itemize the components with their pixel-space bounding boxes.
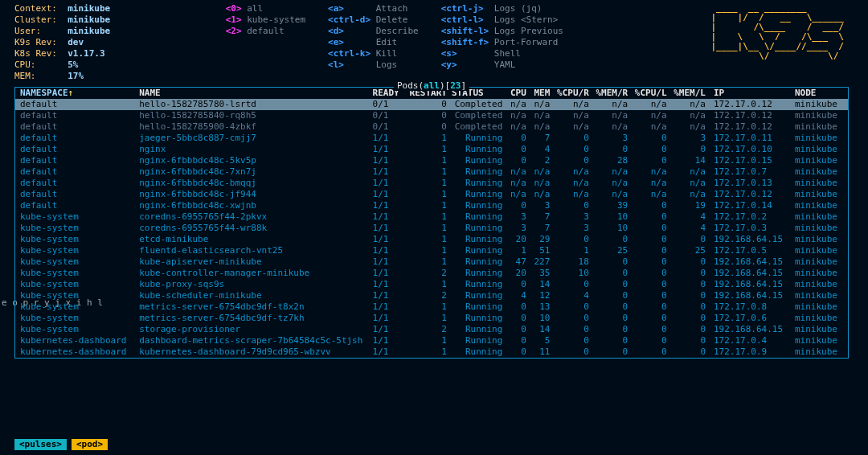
- cluster-label: Cluster:: [14, 14, 57, 25]
- shortcut-desc: Logs <Stern>: [489, 14, 558, 25]
- table-row[interactable]: kube-systemcoredns-6955765f44-2pkvx1/11R…: [15, 211, 848, 223]
- breadcrumb-item[interactable]: <pod>: [72, 439, 108, 450]
- shortcut-key[interactable]: <l>: [328, 59, 371, 70]
- shortcut-key[interactable]: <shift-l>: [441, 26, 489, 36]
- shortcut-desc: Delete: [371, 14, 407, 25]
- user-value: minikube: [68, 26, 110, 36]
- shortcut-key[interactable]: <s>: [441, 48, 489, 59]
- table-row[interactable]: defaultnginx-6fbbbdc48c-5kv5p1/11Running…: [15, 155, 848, 166]
- shortcut-key[interactable]: <shift-f>: [441, 37, 489, 47]
- table-row[interactable]: kube-systemkube-apiserver-minikube1/11Ru…: [15, 256, 848, 268]
- shortcut-key[interactable]: <ctrl-k>: [328, 48, 371, 59]
- k8srev-value: v1.17.3: [68, 48, 104, 59]
- k8srev-label: K8s Rev:: [14, 48, 57, 59]
- shortcut-key[interactable]: <ctrl-d>: [328, 14, 371, 25]
- table-row[interactable]: kube-systemkube-proxy-sqs9s1/11Running01…: [15, 279, 848, 290]
- shortcut-desc: all: [242, 3, 264, 14]
- table-row[interactable]: kube-systemkube-scheduler-minikube1/12Ru…: [15, 290, 848, 301]
- table-row[interactable]: kube-systemetcd-minikube1/11Running20290…: [15, 234, 848, 245]
- table-row[interactable]: defaultnginx-6fbbbdc48c-bmqqj1/11Running…: [15, 178, 848, 189]
- breadcrumb-item[interactable]: <pulses>: [14, 439, 67, 450]
- shortcut-key[interactable]: <e>: [328, 37, 371, 47]
- shortcut-desc: Logs: [371, 59, 397, 70]
- table-row[interactable]: defaultnginx-6fbbbdc48c-7xn7j1/11Running…: [15, 166, 848, 178]
- shortcut-key[interactable]: <1>: [226, 14, 242, 25]
- table-row[interactable]: kubernetes-dashboardkubernetes-dashboard…: [15, 346, 848, 358]
- pods-panel-title: Pods(all)[23]: [15, 80, 848, 92]
- table-row[interactable]: kube-systemkube-controller-manager-minik…: [15, 268, 848, 279]
- cluster-value: minikube: [68, 14, 110, 25]
- table-row[interactable]: defaultnginx1/11Running040000172.17.0.10…: [15, 144, 848, 155]
- shortcut-key[interactable]: <a>: [328, 3, 371, 14]
- table-row[interactable]: defaulthello-1582785780-lsrtd0/10Complet…: [15, 99, 848, 110]
- shortcut-desc: kube-system: [242, 14, 305, 25]
- shortcut-key[interactable]: <ctrl-j>: [441, 3, 489, 14]
- context-label: Context:: [14, 3, 57, 14]
- user-label: User:: [14, 26, 41, 36]
- table-row[interactable]: defaultjaeger-5bbc8c887-cmjj71/11Running…: [15, 133, 848, 144]
- table-row[interactable]: defaultnginx-6fbbbdc48c-xwjnb1/11Running…: [15, 200, 848, 211]
- shortcut-desc: Describe: [371, 26, 419, 36]
- shortcut-key[interactable]: <y>: [441, 59, 489, 70]
- shortcut-desc: Edit: [371, 37, 397, 47]
- shortcut-desc: YAML: [489, 59, 515, 70]
- shortcut-desc: Shell: [489, 48, 521, 59]
- shortcut-desc: Logs (jq): [489, 3, 542, 14]
- pods-panel: Pods(all)[23] NAMESPACE↑NAMEREADYRESTART…: [14, 87, 849, 359]
- shortcut-key[interactable]: <2>: [226, 26, 242, 36]
- table-row[interactable]: kube-systemcoredns-6955765f44-wr88k1/11R…: [15, 223, 848, 234]
- shortcut-key[interactable]: <ctrl-l>: [441, 14, 489, 25]
- pods-table[interactable]: NAMESPACE↑NAMEREADYRESTARTSTATUSCPUMEM%C…: [15, 88, 848, 358]
- shortcut-desc: default: [242, 26, 285, 36]
- k9s-terminal: e o p r y j x i h l Context: minikube Cl…: [0, 0, 868, 455]
- header: Context: minikube Cluster: minikube User…: [0, 3, 863, 82]
- shortcut-desc: Port-Forward: [489, 37, 558, 47]
- shortcut-desc: Logs Previous: [489, 26, 563, 36]
- keyboard-shortcuts: <0> all<1> kube-system<2> default<a> Att…: [226, 3, 563, 71]
- cpu-value: 5%: [68, 59, 78, 70]
- table-row[interactable]: kube-systemmetrics-server-6754dbc9df-tz7…: [15, 313, 848, 324]
- context-value: minikube: [68, 3, 110, 14]
- shortcut-key[interactable]: <0>: [226, 3, 242, 14]
- shortcut-key[interactable]: <d>: [328, 26, 371, 36]
- breadcrumb: <pulses><pod>: [14, 439, 113, 450]
- table-row[interactable]: defaulthello-1582785840-rq8h50/10Complet…: [15, 110, 848, 121]
- table-row[interactable]: kube-systemmetrics-server-6754dbc9df-t8x…: [15, 301, 848, 313]
- table-row[interactable]: kube-systemfluentd-elasticsearch-vnt251/…: [15, 245, 848, 256]
- table-row[interactable]: defaultnginx-6fbbbdc48c-jf9441/11Running…: [15, 189, 848, 200]
- table-row[interactable]: defaulthello-1582785900-4zbkf0/10Complet…: [15, 121, 848, 133]
- cpu-label: CPU:: [14, 59, 36, 70]
- cluster-info: Context: minikube Cluster: minikube User…: [0, 3, 110, 82]
- shortcut-desc: Attach: [371, 3, 407, 14]
- table-row[interactable]: kubernetes-dashboarddashboard-metrics-sc…: [15, 335, 848, 346]
- k9s-logo: ____ __ ________ | |/ / __ \______ | /\_…: [710, 3, 863, 61]
- shortcut-desc: Kill: [371, 48, 397, 59]
- table-row[interactable]: kube-systemstorage-provisioner1/12Runnin…: [15, 324, 848, 335]
- k9srev-label: K9s Rev:: [14, 37, 57, 47]
- k9srev-value: dev: [68, 37, 84, 47]
